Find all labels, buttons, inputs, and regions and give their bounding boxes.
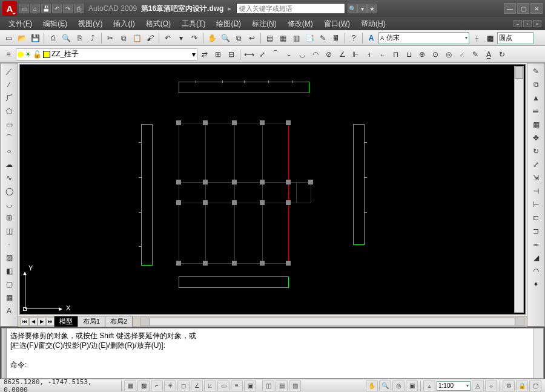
mdi-minimize[interactable]: –: [514, 20, 522, 27]
dim-joglinear-icon[interactable]: ⟋: [456, 48, 468, 60]
cleanscreen-icon[interactable]: ▢: [529, 381, 541, 391]
help-icon[interactable]: ?: [348, 32, 360, 44]
point-icon[interactable]: ·: [3, 239, 15, 250]
dim-linear-icon[interactable]: ⟷: [243, 48, 255, 60]
tool-palettes-icon[interactable]: ▥: [290, 32, 302, 44]
help-search-input[interactable]: [236, 3, 345, 14]
print-icon[interactable]: ⎙: [47, 32, 59, 44]
layer-combo[interactable]: ☀ 🔓 ZZ_柱子 ▾: [16, 48, 197, 60]
sheetset-icon[interactable]: 📑: [303, 32, 315, 44]
dim-jog-icon[interactable]: ◠: [309, 48, 322, 60]
minimize-button[interactable]: —: [504, 3, 516, 14]
dim-ordinate-icon[interactable]: ⨽: [283, 48, 295, 60]
lwt-toggle[interactable]: ≡: [231, 381, 243, 391]
coords-readout[interactable]: 8625.1280, -1747.5153, 0.0000: [4, 378, 119, 393]
mirror-icon[interactable]: ▲: [530, 93, 542, 103]
arc-icon[interactable]: ⌒: [3, 132, 15, 143]
extend-icon[interactable]: ⊢: [530, 199, 542, 210]
dyn-toggle[interactable]: ▭: [217, 381, 230, 391]
rotate-icon[interactable]: ↻: [530, 146, 542, 157]
pan-status-icon[interactable]: ✋: [366, 381, 378, 391]
dim-quick-icon[interactable]: ⊩: [349, 48, 362, 60]
qp-toggle[interactable]: ▣: [244, 381, 256, 391]
centermark-icon[interactable]: ⊙: [429, 48, 441, 60]
chamfer-icon[interactable]: ◢: [530, 252, 542, 263]
dimedit-icon[interactable]: ✎: [469, 48, 481, 60]
menu-format[interactable]: 格式(O): [141, 18, 176, 30]
tolerance-icon[interactable]: ⊕: [416, 48, 428, 60]
layer-iso-icon[interactable]: ⊟: [225, 48, 237, 60]
tab-first-icon[interactable]: ⏮: [21, 318, 29, 326]
menu-edit[interactable]: 编辑(E): [38, 18, 72, 30]
menu-dim[interactable]: 标注(N): [247, 18, 282, 30]
offset-icon[interactable]: ⩸: [530, 106, 542, 117]
dim-diameter-icon[interactable]: ⊘: [323, 48, 335, 60]
new-icon[interactable]: ▭: [2, 32, 15, 44]
ellipsearc-icon[interactable]: ◡: [3, 199, 15, 210]
undo-icon[interactable]: ↶: [162, 32, 174, 44]
qat-redo-icon[interactable]: ↷: [63, 4, 73, 13]
tab-last-icon[interactable]: ⏭: [46, 318, 54, 326]
gradient-icon[interactable]: ◧: [3, 266, 15, 276]
polyline-icon[interactable]: ⺁: [3, 93, 15, 103]
command-window[interactable]: 选择要修剪的对象，或按住 Shift 键选择要延伸的对象，或 [栏选(F)/窗交…: [1, 328, 544, 379]
save-icon[interactable]: 💾: [29, 32, 41, 44]
explode-icon[interactable]: ✦: [530, 279, 542, 290]
app-menu-button[interactable]: A: [2, 1, 17, 16]
stretch-icon[interactable]: ⇲: [530, 172, 542, 183]
quickview-layouts-icon[interactable]: ▤: [276, 381, 288, 391]
help-search[interactable]: [236, 3, 345, 14]
break-at-icon[interactable]: ⊏: [530, 212, 542, 223]
help-more-icon[interactable]: ▾: [357, 4, 367, 13]
workspace-icon[interactable]: ⚙: [503, 381, 515, 391]
spline-icon[interactable]: ∿: [3, 172, 15, 183]
properties-icon[interactable]: ▤: [263, 32, 276, 44]
qat-save-icon[interactable]: 💾: [41, 4, 51, 13]
open-icon[interactable]: 📂: [16, 32, 28, 44]
textstyle-combo[interactable]: A 仿宋▾: [378, 32, 469, 44]
annoscale-combo[interactable]: 1:100▾: [437, 381, 471, 391]
quickcalc-icon[interactable]: 🖩: [330, 32, 342, 44]
dim-break-icon[interactable]: ⊔: [403, 48, 415, 60]
table-icon[interactable]: ▦: [3, 292, 15, 303]
tab-next-icon[interactable]: ▶: [38, 318, 46, 326]
line-icon[interactable]: ／: [3, 66, 15, 77]
ellipse-icon[interactable]: ◯: [3, 186, 15, 197]
zoom-prev-icon[interactable]: ↩: [246, 32, 258, 44]
horizontal-scrollbar[interactable]: [140, 318, 524, 326]
zoom-window-icon[interactable]: ⧉: [233, 32, 245, 44]
layer-props-icon[interactable]: ≡: [2, 48, 15, 60]
dim-space-icon[interactable]: ⊓: [389, 48, 401, 60]
erase-icon[interactable]: ✎: [530, 66, 542, 77]
menu-modify[interactable]: 修改(M): [283, 18, 318, 30]
tab-layout1[interactable]: 布局1: [78, 316, 105, 327]
dimstyle-combo[interactable]: 圆点: [497, 32, 533, 44]
mdi-restore[interactable]: ▫: [523, 20, 532, 27]
insert-icon[interactable]: ⊞: [3, 212, 15, 223]
dim-inspect-icon[interactable]: ◎: [443, 48, 455, 60]
menu-view[interactable]: 视图(V): [73, 18, 107, 30]
maximize-button[interactable]: ▢: [517, 3, 529, 14]
copy-icon[interactable]: ⧉: [117, 32, 130, 44]
array-icon[interactable]: ▦: [530, 119, 542, 130]
dimtedit-icon[interactable]: A̲: [483, 48, 495, 60]
showmotion-icon[interactable]: ▣: [406, 381, 418, 391]
menu-window[interactable]: 窗口(W): [319, 18, 355, 30]
dim-update-icon[interactable]: ↻: [496, 48, 508, 60]
otrack-toggle[interactable]: ∠: [191, 381, 203, 391]
qat-new-icon[interactable]: ▭: [19, 4, 29, 13]
copy-obj-icon[interactable]: ⧉: [530, 79, 542, 90]
infocenter-icon[interactable]: ★: [367, 4, 377, 13]
mdi-close[interactable]: ×: [533, 20, 541, 27]
dim-baseline-icon[interactable]: ⫞: [363, 48, 375, 60]
modelspace-toggle[interactable]: ◫: [262, 381, 274, 391]
annoauto-icon[interactable]: ⟐: [485, 381, 497, 391]
polygon-icon[interactable]: ⬠: [3, 106, 15, 117]
qat-open-icon[interactable]: ⌂: [30, 4, 40, 13]
dim-aligned-icon[interactable]: ⤢: [256, 48, 268, 60]
move-icon[interactable]: ✥: [530, 132, 542, 143]
close-button[interactable]: ✕: [530, 3, 543, 14]
dim-continue-icon[interactable]: ⫠: [376, 48, 388, 60]
steering-icon[interactable]: ◎: [392, 381, 405, 391]
zoom-status-icon[interactable]: 🔍: [379, 381, 391, 391]
